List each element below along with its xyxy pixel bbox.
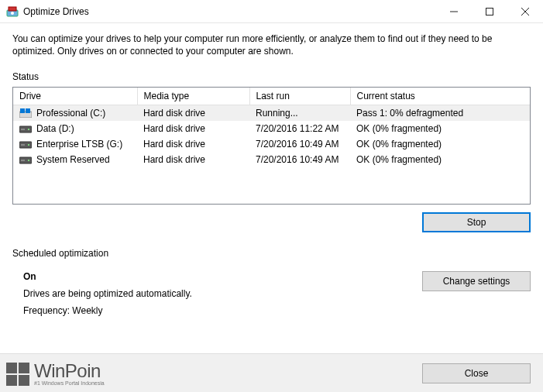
drive-hdd-icon	[19, 155, 32, 164]
drive-media: Hard disk drive	[137, 105, 249, 122]
svg-rect-9	[26, 108, 30, 113]
drive-last-run: Running...	[249, 105, 350, 122]
drive-status: Pass 1: 0% defragmented	[350, 105, 530, 122]
col-media[interactable]: Media type	[137, 88, 249, 105]
svg-point-14	[28, 144, 29, 146]
table-row[interactable]: Data (D:)Hard disk drive7/20/2016 11:22 …	[13, 121, 530, 136]
app-icon	[6, 5, 19, 18]
drive-name: Enterprise LTSB (G:)	[36, 139, 122, 150]
scheduled-section: Scheduled optimization On Drives are bei…	[12, 248, 531, 322]
table-row[interactable]: Enterprise LTSB (G:)Hard disk drive7/20/…	[13, 136, 530, 152]
svg-rect-12	[21, 129, 25, 130]
drive-name: Data (D:)	[36, 123, 74, 134]
bottom-bar: Close	[0, 353, 543, 392]
svg-rect-1	[9, 7, 16, 11]
drive-windows-icon	[19, 108, 32, 118]
table-row[interactable]: System ReservedHard disk drive7/20/2016 …	[13, 152, 530, 167]
description-text: You can optimize your drives to help you…	[12, 33, 531, 57]
scheduled-freq: Frequency: Weekly	[23, 305, 422, 316]
table-row[interactable]: Professional (C:)Hard disk driveRunning.…	[13, 105, 530, 122]
drive-last-run: 7/20/2016 11:22 AM	[249, 121, 350, 136]
drive-hdd-icon	[19, 139, 32, 149]
drive-last-run: 7/20/2016 10:49 AM	[249, 152, 350, 167]
close-button[interactable]	[507, 0, 543, 22]
svg-point-17	[28, 160, 29, 161]
drive-name: System Reserved	[36, 154, 110, 165]
svg-rect-18	[21, 160, 25, 161]
svg-rect-8	[20, 108, 25, 113]
stop-button[interactable]: Stop	[422, 212, 531, 232]
window-title: Optimize Drives	[23, 6, 436, 17]
drive-name: Professional (C:)	[36, 108, 105, 119]
col-drive[interactable]: Drive	[13, 88, 137, 105]
svg-point-2	[11, 12, 14, 15]
svg-rect-4	[486, 8, 493, 15]
drive-media: Hard disk drive	[137, 152, 249, 167]
maximize-button[interactable]	[472, 0, 507, 22]
window-controls	[436, 0, 543, 22]
scheduled-status: On	[23, 271, 422, 282]
scheduled-label: Scheduled optimization	[12, 248, 531, 259]
scheduled-desc: Drives are being optimized automatically…	[23, 288, 422, 299]
drive-media: Hard disk drive	[137, 136, 249, 152]
drive-hdd-icon	[19, 124, 32, 133]
drive-status: OK (0% fragmented)	[350, 121, 530, 136]
content-area: You can optimize your drives to help you…	[0, 23, 543, 322]
status-buttons: Stop	[12, 212, 531, 232]
drive-last-run: 7/20/2016 10:49 AM	[249, 136, 350, 152]
status-label: Status	[12, 71, 531, 82]
minimize-button[interactable]	[436, 0, 472, 22]
close-dialog-button[interactable]: Close	[422, 363, 531, 383]
drive-status: OK (0% fragmented)	[350, 136, 530, 152]
svg-rect-15	[21, 144, 25, 146]
drive-list[interactable]: Drive Media type Last run Current status…	[12, 87, 531, 205]
change-settings-button[interactable]: Change settings	[422, 271, 531, 291]
svg-point-11	[28, 129, 29, 130]
drive-media: Hard disk drive	[137, 121, 249, 136]
drive-status: OK (0% fragmented)	[350, 152, 530, 167]
col-last[interactable]: Last run	[249, 88, 350, 105]
table-header: Drive Media type Last run Current status	[13, 88, 530, 105]
col-status[interactable]: Current status	[350, 88, 530, 105]
titlebar: Optimize Drives	[0, 0, 543, 23]
